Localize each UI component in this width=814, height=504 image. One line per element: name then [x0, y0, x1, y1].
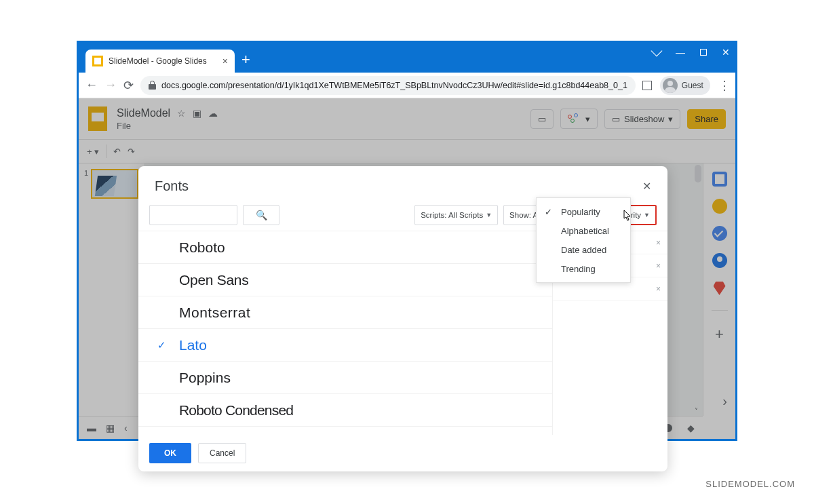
slides-logo-icon[interactable]	[88, 106, 107, 131]
sort-option-trending[interactable]: Trending	[537, 259, 630, 278]
cancel-button[interactable]: Cancel	[198, 443, 246, 463]
font-item-poppins[interactable]: Poppins	[138, 362, 552, 394]
meet-button[interactable]: ▾	[560, 109, 598, 129]
search-button[interactable]: 🔍	[243, 205, 279, 225]
share-button[interactable]: Share	[687, 109, 726, 129]
lock-icon	[149, 81, 156, 90]
font-item-opensans[interactable]: Open Sans	[138, 264, 552, 296]
calendar-icon[interactable]	[712, 172, 727, 187]
sort-option-alphabetical[interactable]: Alphabetical	[537, 221, 630, 240]
fonts-dialog: Fonts ✕ 🔍 Scripts: All Scripts▼ Show: Al…	[138, 166, 667, 471]
remove-font-icon[interactable]: ×	[656, 261, 661, 271]
tab-close-icon[interactable]: ×	[222, 56, 228, 66]
comments-button[interactable]: ▭	[530, 109, 554, 129]
window-minimize-icon[interactable]: —	[676, 47, 685, 58]
keep-icon[interactable]	[712, 199, 727, 214]
window-maximize-icon[interactable]	[700, 49, 707, 56]
slideshow-icon: ▭	[612, 114, 620, 124]
sort-dropdown-menu: Popularity Alphabetical Date added Trend…	[536, 197, 631, 283]
move-icon[interactable]: ▣	[193, 108, 201, 119]
slides-favicon-icon	[92, 56, 103, 66]
redo-button[interactable]: ↷	[128, 147, 135, 157]
slide-number: 1	[84, 169, 88, 199]
browser-menu-icon[interactable]: ⋮	[718, 78, 731, 93]
sort-option-popularity[interactable]: Popularity	[537, 202, 630, 221]
avatar-icon	[663, 78, 678, 93]
nav-back-icon[interactable]: ←	[85, 78, 98, 92]
star-icon[interactable]: ☆	[177, 108, 186, 119]
window-dropdown-icon[interactable]	[651, 45, 663, 57]
tab-title: SlideModel - Google Slides	[109, 56, 217, 66]
watermark: SLIDEMODEL.COM	[705, 479, 795, 489]
scripts-filter-button[interactable]: Scripts: All Scripts▼	[414, 205, 498, 225]
vertical-scrollbar[interactable]: ˄ ˅	[693, 163, 703, 416]
profile-label: Guest	[682, 81, 703, 90]
browser-titlebar: SlideModel - Google Slides × + — ✕	[79, 43, 735, 73]
filmstrip-view-icon[interactable]: ▬	[87, 423, 96, 433]
grid-view-icon[interactable]: ▦	[106, 423, 115, 433]
cloud-status-icon[interactable]: ☁	[208, 108, 218, 119]
app-header: SlideModel ☆ ▣ ☁ File ▭ ▾ ▭Slideshow▾ Sh…	[79, 98, 735, 139]
collapse-rail-icon[interactable]: ›	[722, 393, 727, 409]
tasks-icon[interactable]	[712, 226, 727, 241]
window-controls: — ✕	[653, 47, 730, 58]
sort-option-date-added[interactable]: Date added	[537, 240, 630, 259]
ok-button[interactable]: OK	[149, 443, 191, 463]
comment-icon: ▭	[538, 114, 546, 124]
address-bar: ← → ⟳ docs.google.com/presentation/d/1yI…	[79, 73, 735, 98]
slideshow-button[interactable]: ▭Slideshow▾	[604, 109, 680, 129]
dialog-close-button[interactable]: ✕	[642, 180, 651, 193]
font-item-roboto[interactable]: Roboto	[138, 231, 552, 264]
menu-file[interactable]: File	[117, 121, 218, 131]
font-search-input[interactable]	[149, 205, 237, 225]
browser-window: SlideModel - Google Slides × + — ✕ ← → ⟳…	[77, 41, 737, 441]
font-item-robotocondensed[interactable]: Roboto Condensed	[138, 394, 552, 427]
toolbar: + ▾ ↶ ↷	[79, 139, 735, 163]
remove-font-icon[interactable]: ×	[656, 238, 661, 248]
profile-chip[interactable]: Guest	[660, 76, 710, 95]
url-field[interactable]: docs.google.com/presentation/d/1yIk1qd1X…	[140, 76, 636, 95]
font-item-montserrat[interactable]: Montserrat	[138, 296, 552, 329]
slide-panel: 1	[79, 163, 144, 416]
app-body: SlideModel ☆ ▣ ☁ File ▭ ▾ ▭Slideshow▾ Sh…	[79, 98, 735, 439]
search-icon: 🔍	[256, 210, 267, 220]
nav-reload-icon[interactable]: ⟳	[123, 78, 134, 93]
new-slide-button[interactable]: + ▾	[87, 147, 99, 157]
new-tab-button[interactable]: +	[241, 51, 250, 69]
undo-button[interactable]: ↶	[113, 147, 121, 157]
doc-title[interactable]: SlideModel	[117, 107, 170, 119]
right-sidebar: +	[703, 163, 735, 416]
contacts-icon[interactable]	[712, 253, 727, 268]
remove-font-icon[interactable]: ×	[656, 284, 661, 294]
font-list[interactable]: Roboto Open Sans Montserrat Lato Poppins…	[138, 231, 552, 435]
slide-thumbnail[interactable]	[91, 169, 138, 199]
url-text: docs.google.com/presentation/d/1yIk1qd1X…	[161, 81, 627, 90]
side-panel-icon[interactable]	[642, 81, 652, 90]
cursor-pointer-icon	[623, 210, 632, 222]
font-item-lato[interactable]: Lato	[138, 329, 552, 362]
explore-icon[interactable]: ◆	[687, 423, 695, 433]
addons-plus-icon[interactable]: +	[715, 326, 724, 343]
prev-icon[interactable]: ‹	[124, 423, 128, 433]
window-close-icon[interactable]: ✕	[722, 47, 730, 58]
maps-icon[interactable]	[714, 280, 726, 295]
nav-forward-icon: →	[104, 78, 117, 92]
meet-icon	[568, 113, 581, 124]
dialog-title: Fonts	[155, 178, 189, 194]
browser-tab[interactable]: SlideModel - Google Slides ×	[85, 50, 235, 73]
